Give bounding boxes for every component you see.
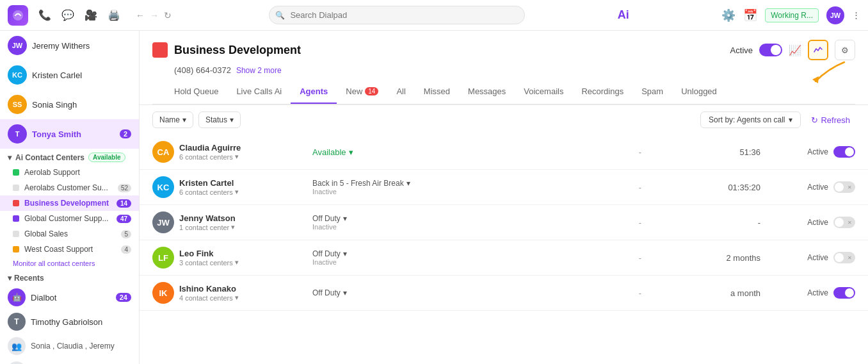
avatar[interactable]: JW: [826, 6, 844, 24]
chevron-down-icon: ▾: [343, 288, 347, 297]
refresh-nav-icon[interactable]: ↻: [164, 10, 172, 21]
chart-trend-icon[interactable]: 📈: [789, 44, 801, 56]
app-logo[interactable]: [8, 5, 28, 26]
search-icon: 🔍: [275, 11, 285, 20]
chevron-down-icon: ▾: [230, 115, 234, 124]
table-toolbar: Name ▾ Status ▾ Sort by: Agents on call …: [140, 105, 868, 135]
monitor-all-link[interactable]: Monitor all contact centers: [0, 257, 139, 270]
agent-active-toggle[interactable]: [833, 217, 855, 228]
print-nav-icon[interactable]: 🖨️: [108, 9, 120, 21]
agent-active-toggle[interactable]: [833, 252, 855, 263]
phone-number: (408) 664-0372: [174, 65, 231, 75]
agent-centers[interactable]: 4 contact centers ▾: [179, 294, 307, 302]
working-status-badge[interactable]: Working R...: [765, 8, 819, 22]
agent-status: Available ▾: [312, 147, 603, 157]
sidebar-item-sonia-singh[interactable]: SS Sonia Singh: [0, 90, 139, 119]
agent-centers[interactable]: 6 contact centers ▾: [179, 188, 307, 196]
tab-live-calls[interactable]: Live Calls Ai: [227, 80, 291, 104]
agent-toggle: Active: [778, 252, 855, 263]
agent-toggle: Active: [778, 217, 855, 228]
header-actions: Active 📈: [730, 40, 855, 60]
recent-item-phone1[interactable]: 👤 (469) 358-5972: [0, 358, 139, 364]
chat-nav-icon[interactable]: 💬: [61, 9, 74, 21]
sort-label: Sort by: Agents on call: [709, 115, 785, 124]
settings-gear-button[interactable]: ⚙: [835, 40, 855, 60]
chart-activity-button[interactable]: [808, 40, 828, 60]
sidebar-item-business-development[interactable]: Business Development 14: [0, 195, 139, 211]
agent-centers[interactable]: 6 contact centers ▾: [179, 153, 307, 161]
recents-section: ▾ Recents: [0, 270, 139, 285]
agent-time: 01:35:20: [677, 183, 773, 192]
sidebar-item-west-coast-support[interactable]: West Coast Support 4: [0, 242, 139, 257]
recent-item-timothy[interactable]: T Timothy Gabriolson: [0, 310, 139, 334]
status-duty[interactable]: Off Duty ▾: [312, 288, 603, 297]
cc-color-dot: [13, 200, 19, 206]
recent-item-group[interactable]: 👥 Sonia , Claudia , Jeremy: [0, 334, 139, 358]
calendar-icon[interactable]: 📅: [743, 8, 757, 22]
cc-name: Global Customer Supp...: [24, 214, 111, 223]
refresh-button[interactable]: ↻ Refresh: [806, 112, 855, 128]
menu-dots-icon[interactable]: ⋮: [852, 10, 860, 20]
status-duty[interactable]: Off Duty ▾: [312, 214, 603, 223]
recent-name: Sonia , Claudia , Jeremy: [31, 342, 131, 351]
agent-time: -: [677, 218, 773, 228]
agent-active-toggle[interactable]: [833, 287, 855, 299]
tab-unlogged[interactable]: Unlogged: [672, 80, 726, 104]
group-icon: 👥: [8, 337, 26, 355]
agent-dash: -: [608, 147, 672, 157]
sidebar-item-jeremy-withers[interactable]: JW Jeremy Withers: [0, 31, 139, 60]
recents-header[interactable]: ▾ Recents: [8, 274, 131, 283]
recent-item-dialbot[interactable]: 🤖 Dialbot 24: [0, 285, 139, 310]
video-nav-icon[interactable]: 🎥: [84, 9, 97, 21]
status-filter-button[interactable]: Status ▾: [198, 112, 241, 128]
agent-centers[interactable]: 3 contact centers ▾: [179, 258, 307, 267]
agent-centers[interactable]: 1 contact center ▾: [179, 223, 307, 231]
sidebar-item-global-sales[interactable]: Global Sales 5: [0, 226, 139, 242]
chevron-down-icon: ▾: [8, 274, 12, 283]
agent-time: 2 months: [677, 253, 773, 263]
sidebar-item-aerolab-support[interactable]: Aerolab Support: [0, 165, 139, 180]
sidebar-item-kristen-carlel[interactable]: KC Kristen Carlel: [0, 60, 139, 90]
agent-dash: -: [608, 253, 672, 263]
tab-messages[interactable]: Messages: [459, 80, 515, 104]
status-inactive: Inactive: [312, 188, 603, 195]
chevron-down-icon: ▾: [349, 147, 353, 157]
ai-contact-centers-header[interactable]: ▾ Ai Contact Centers Available: [8, 153, 131, 162]
name-filter-button[interactable]: Name ▾: [152, 112, 193, 128]
avatar: T: [8, 124, 27, 144]
agent-active-toggle[interactable]: [833, 181, 855, 193]
forward-nav-icon[interactable]: →: [150, 10, 159, 21]
settings-icon[interactable]: ⚙️: [721, 8, 735, 22]
tab-missed[interactable]: Missed: [415, 80, 459, 104]
sort-button[interactable]: Sort by: Agents on call ▾: [700, 112, 801, 128]
tab-spam[interactable]: Spam: [632, 80, 672, 104]
status-break[interactable]: Back in 5 - Fresh Air Break ▾: [312, 179, 603, 188]
phone-nav-icon[interactable]: 📞: [38, 9, 51, 21]
sidebar-item-global-customer[interactable]: Global Customer Supp... 47: [0, 211, 139, 226]
tab-voicemails[interactable]: Voicemails: [515, 80, 572, 104]
tab-agents[interactable]: Agents: [291, 80, 337, 104]
agent-info: Claudia Aguirre 6 contact centers ▾: [179, 143, 307, 161]
tab-new[interactable]: New 14: [337, 80, 387, 104]
avatar: LF: [152, 247, 174, 269]
sidebar-item-tonya-smith[interactable]: T Tonya Smith 2: [0, 119, 139, 149]
show-more-link[interactable]: Show 2 more: [236, 66, 282, 75]
ai-contact-centers-section: ▾ Ai Contact Centers Available: [0, 149, 139, 165]
agent-active-toggle[interactable]: [833, 146, 855, 158]
sidebar-item-aerolabs-customer[interactable]: Aerolabs Customer Su... 52: [0, 180, 139, 195]
business-icon: [152, 42, 168, 58]
avatar: JW: [152, 211, 174, 233]
agent-name: Leo Fink: [179, 249, 307, 258]
filter-status-label: Status: [205, 115, 227, 124]
tab-hold-queue[interactable]: Hold Queue: [165, 80, 227, 104]
search-input[interactable]: [269, 6, 525, 24]
available-badge: Available: [88, 153, 125, 162]
active-toggle[interactable]: [759, 44, 782, 56]
back-nav-icon[interactable]: ←: [136, 10, 145, 21]
tab-all[interactable]: All: [387, 80, 414, 104]
status-available[interactable]: Available ▾: [312, 147, 603, 157]
agent-name: Jenny Watson: [179, 213, 307, 223]
status-duty[interactable]: Off Duty ▾: [312, 249, 603, 258]
tab-recordings[interactable]: Recordings: [572, 80, 632, 104]
agent-row: CA Claudia Aguirre 6 contact centers ▾ A…: [140, 135, 868, 170]
